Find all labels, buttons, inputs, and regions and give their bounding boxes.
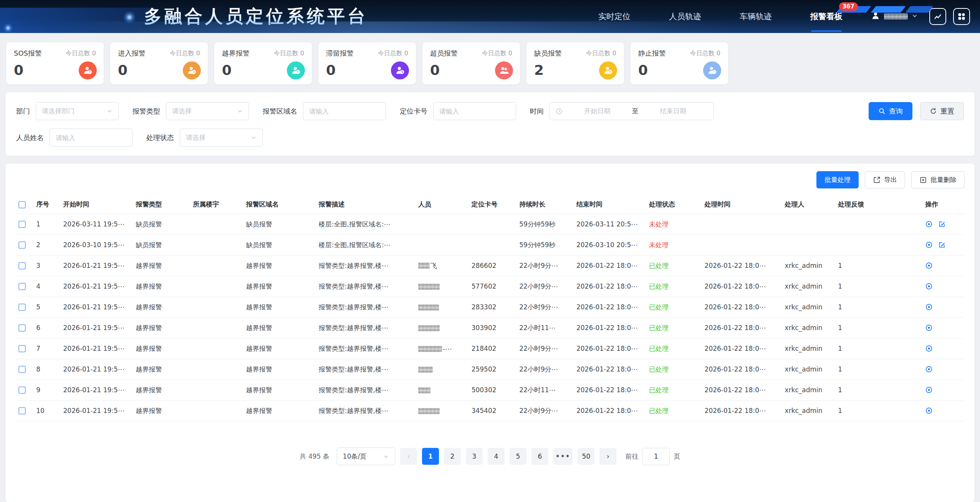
- page-button-2[interactable]: 2: [444, 448, 461, 465]
- alarm-type-select[interactable]: 请选择: [166, 102, 249, 120]
- user-icon: [871, 11, 880, 22]
- row-checkbox[interactable]: [18, 262, 26, 269]
- nav-item-实时定位[interactable]: 实时定位: [598, 9, 631, 24]
- view-icon[interactable]: [925, 365, 933, 373]
- page-size-value: 10条/页: [343, 452, 366, 461]
- row-checkbox[interactable]: [18, 345, 26, 352]
- cell-start-time: 2026-01-21 19:5⋯: [60, 400, 133, 421]
- alarm-count-badge: 367: [839, 2, 858, 11]
- area-input[interactable]: [309, 107, 380, 115]
- row-action-icons: [925, 282, 962, 290]
- cell-building: [190, 234, 243, 255]
- view-icon[interactable]: [925, 262, 933, 269]
- chevron-down-icon: [383, 454, 389, 459]
- row-checkbox-cell: [15, 317, 33, 338]
- cell-card-number: [468, 234, 516, 255]
- date-range-picker[interactable]: 开始日期 至 结束日期: [550, 102, 714, 120]
- edit-icon[interactable]: [938, 241, 946, 249]
- person-name-input[interactable]: [56, 134, 126, 142]
- table-row: 12026-03-11 19:5⋯缺员报警缺员报警楼层:全图,报警区域名:⋯59…: [15, 214, 965, 234]
- stat-card-head: 越界报警今日总数 0: [222, 49, 304, 58]
- edit-icon[interactable]: [938, 220, 946, 228]
- department-select[interactable]: 请选择部门: [36, 102, 119, 120]
- export-button[interactable]: 导出: [865, 171, 905, 188]
- goto-label: 前往: [625, 452, 638, 461]
- nav-item-人员轨迹[interactable]: 人员轨迹: [668, 9, 702, 24]
- row-checkbox[interactable]: [18, 407, 26, 414]
- reset-button[interactable]: 重置: [920, 102, 964, 120]
- page-size-select[interactable]: 10条/页: [337, 448, 395, 465]
- row-checkbox[interactable]: [18, 324, 26, 332]
- prev-page-button[interactable]: ‹: [400, 448, 417, 465]
- header-glow-decoration: [123, 11, 136, 24]
- page-button-6[interactable]: 6: [531, 448, 548, 465]
- filter-status: 处理状态 请选择: [146, 129, 263, 147]
- alarm-table-panel: 批量处理 导出 批量删除 序号开始时间报警类型所属楼宇报警区域名报警描述人员定位…: [5, 163, 975, 502]
- column-header-处理状态: 处理状态: [646, 195, 702, 214]
- app-header: 多融合人员定位系统平台 实时定位人员轨迹车辆轨迹报警看板367: [0, 0, 980, 33]
- cell-area: 越界报警: [243, 400, 316, 421]
- cell-alarm-type: 越界报警: [132, 359, 190, 380]
- row-checkbox-cell: [15, 276, 33, 297]
- row-action-icons: [925, 303, 962, 311]
- view-icon[interactable]: [925, 324, 933, 332]
- row-checkbox[interactable]: [18, 386, 26, 394]
- cell-end-time: 2026-01-22 18:0⋯: [573, 338, 646, 359]
- page-button-50[interactable]: 50: [578, 448, 594, 465]
- row-checkbox[interactable]: [18, 241, 26, 249]
- cell-alarm-type: 越界报警: [132, 255, 190, 276]
- row-action-icons: [925, 407, 962, 414]
- view-icon[interactable]: [925, 386, 933, 394]
- page-button-3[interactable]: 3: [466, 448, 483, 465]
- page-button-5[interactable]: 5: [510, 448, 526, 465]
- column-header-人员: 人员: [415, 195, 468, 214]
- cell-end-time: 2026-01-22 18:0⋯: [573, 400, 646, 421]
- stat-card-today: 今日总数 0: [482, 50, 512, 58]
- view-icon[interactable]: [925, 303, 933, 311]
- page-button-1[interactable]: 1: [422, 448, 439, 465]
- row-checkbox[interactable]: [18, 283, 26, 290]
- page-button-4[interactable]: 4: [488, 448, 505, 465]
- batch-process-button[interactable]: 批量处理: [816, 171, 859, 188]
- export-label: 导出: [884, 175, 897, 184]
- date-separator: 至: [632, 107, 639, 116]
- view-icon[interactable]: [925, 345, 933, 352]
- batch-delete-button[interactable]: 批量删除: [911, 171, 965, 188]
- alarm-table: 序号开始时间报警类型所属楼宇报警区域名报警描述人员定位卡号持续时长结束时间处理状…: [15, 195, 965, 421]
- person-name-masked: [418, 387, 430, 393]
- svg-text:←: ←: [296, 70, 299, 74]
- next-page-button[interactable]: ›: [599, 448, 616, 465]
- reset-button-label: 重置: [940, 107, 954, 116]
- row-checkbox[interactable]: [18, 221, 26, 228]
- select-all-checkbox[interactable]: [18, 201, 26, 208]
- search-button-label: 查询: [889, 107, 903, 116]
- row-checkbox[interactable]: [18, 304, 26, 311]
- cell-person: [415, 359, 468, 380]
- status-badge: 已处理: [649, 324, 669, 332]
- cell-building: [190, 297, 243, 317]
- goto-page-input[interactable]: [642, 448, 670, 465]
- user-area[interactable]: [871, 11, 918, 22]
- page-ellipsis[interactable]: •••: [553, 448, 573, 465]
- nav-item-报警看板[interactable]: 报警看板367: [809, 9, 843, 24]
- row-action-icons: [925, 386, 962, 394]
- cell-start-time: 2026-01-21 19:5⋯: [60, 255, 133, 276]
- stat-card-SOS报警: SOS报警今日总数 00!: [6, 42, 104, 84]
- row-checkbox[interactable]: [18, 366, 26, 373]
- nav-item-车辆轨迹[interactable]: 车辆轨迹: [739, 9, 773, 24]
- cell-person: [415, 234, 468, 255]
- view-icon[interactable]: [925, 241, 933, 249]
- filter-row-1: 部门 请选择部门 报警类型 请选择 报警区域名 定位卡号: [16, 102, 964, 120]
- person-name-suffix: 飞: [430, 262, 437, 269]
- view-icon[interactable]: [925, 282, 933, 290]
- cell-area: 越界报警: [243, 338, 316, 359]
- status-badge: 已处理: [649, 303, 669, 311]
- cell-no: 9: [33, 380, 60, 400]
- cell-area: 缺员报警: [243, 214, 316, 234]
- search-button[interactable]: 查询: [869, 102, 912, 120]
- card-input[interactable]: [439, 107, 510, 115]
- status-select[interactable]: 请选择: [180, 129, 263, 147]
- cell-start-time: 2026-03-11 19:5⋯: [60, 214, 133, 234]
- view-icon[interactable]: [925, 220, 933, 228]
- view-icon[interactable]: [925, 407, 933, 414]
